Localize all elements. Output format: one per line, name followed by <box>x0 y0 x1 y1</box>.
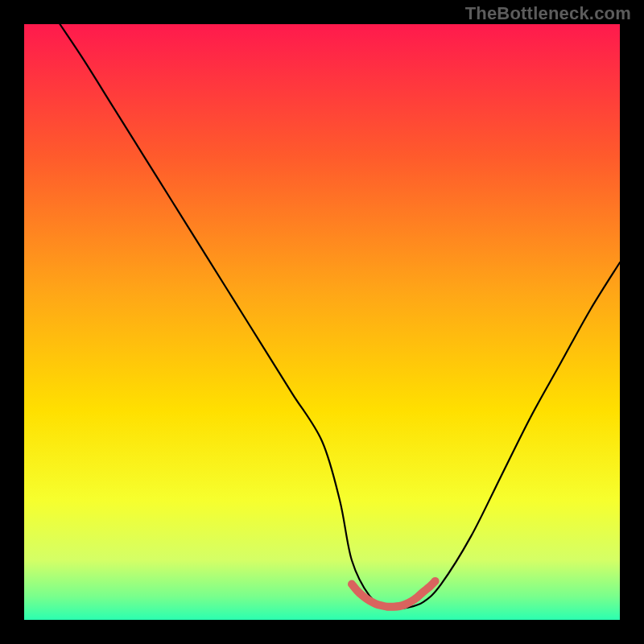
gradient-background <box>24 24 620 620</box>
bottleneck-chart <box>24 24 620 620</box>
plot-area <box>24 24 620 620</box>
chart-frame: TheBottleneck.com <box>0 0 644 644</box>
watermark-text: TheBottleneck.com <box>465 3 631 24</box>
